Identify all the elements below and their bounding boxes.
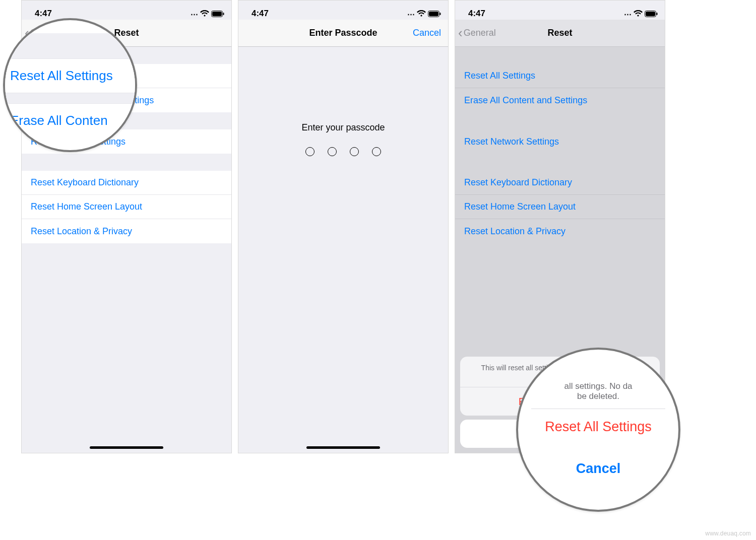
reset-network-row[interactable]: Reset Network Settings xyxy=(455,129,665,154)
settings-group: Reset Keyboard Dictionary Reset Home Scr… xyxy=(22,171,231,243)
wifi-icon xyxy=(200,10,209,19)
erase-all-content-row[interactable]: Erase All Content and Settings xyxy=(455,88,665,112)
magnified-cancel: Cancel xyxy=(522,452,674,486)
svg-rect-1 xyxy=(212,12,222,16)
status-bar: 4:47 ⋯ xyxy=(455,1,665,20)
back-label: General xyxy=(464,28,496,38)
battery-icon xyxy=(428,10,441,19)
passcode-prompt: Enter your passcode xyxy=(238,122,448,133)
svg-rect-2 xyxy=(223,13,224,15)
screen-enter-passcode: 4:47 ⋯ Enter Passcode Cancel Enter your … xyxy=(238,0,449,453)
status-time: 4:47 xyxy=(35,9,52,19)
settings-group: Reset Network Settings xyxy=(455,129,665,154)
watermark: www.deuaq.com xyxy=(705,530,751,537)
reset-keyboard-row[interactable]: Reset Keyboard Dictionary xyxy=(22,171,231,195)
back-button[interactable]: ‹ General xyxy=(458,25,496,41)
nav-bar: Enter Passcode Cancel xyxy=(238,20,448,47)
battery-icon xyxy=(211,10,224,19)
magnified-sheet-message: all settings. No da be deleted. xyxy=(561,378,635,409)
svg-rect-8 xyxy=(657,13,658,15)
status-bar: 4:47 ⋯ xyxy=(22,1,231,20)
passcode-dot xyxy=(372,147,381,156)
cellular-dots-icon: ⋯ xyxy=(191,10,198,19)
status-bar: 4:47 ⋯ xyxy=(238,1,448,20)
battery-icon xyxy=(645,10,658,19)
magnifier-overlay: all settings. No da be deleted. Reset Al… xyxy=(516,348,680,512)
magnifier-overlay: Reset All Settings Erase All Conten xyxy=(3,18,137,152)
passcode-dot xyxy=(328,147,337,156)
status-time: 4:47 xyxy=(251,9,269,19)
cellular-dots-icon: ⋯ xyxy=(407,10,415,19)
page-title: Reset xyxy=(114,28,139,38)
svg-rect-5 xyxy=(440,13,441,15)
page-title: Reset xyxy=(547,28,572,38)
passcode-dot xyxy=(305,147,314,156)
settings-group: Reset Keyboard Dictionary Reset Home Scr… xyxy=(455,171,665,243)
svg-rect-7 xyxy=(646,12,655,16)
nav-bar: ‹ General Reset xyxy=(455,20,665,47)
magnified-reset-all-settings: Reset All Settings xyxy=(5,58,135,93)
cellular-dots-icon: ⋯ xyxy=(624,10,632,19)
content-area: Enter your passcode xyxy=(238,47,448,453)
passcode-dot xyxy=(350,147,359,156)
magnified-reset-action: Reset All Settings xyxy=(545,409,652,448)
reset-location-row[interactable]: Reset Location & Privacy xyxy=(455,219,665,243)
settings-group: Reset All Settings Erase All Content and… xyxy=(455,64,665,112)
passcode-dots xyxy=(238,147,448,156)
page-title: Enter Passcode xyxy=(309,28,377,38)
magnified-erase-all-content: Erase All Conten xyxy=(5,103,135,138)
reset-keyboard-row[interactable]: Reset Keyboard Dictionary xyxy=(455,171,665,195)
chevron-left-icon: ‹ xyxy=(458,25,463,41)
svg-rect-4 xyxy=(429,12,438,16)
status-time: 4:47 xyxy=(468,9,485,19)
reset-all-settings-row[interactable]: Reset All Settings xyxy=(455,64,665,88)
wifi-icon xyxy=(634,10,643,19)
wifi-icon xyxy=(417,10,426,19)
home-indicator[interactable] xyxy=(306,446,380,449)
reset-homescreen-row[interactable]: Reset Home Screen Layout xyxy=(455,195,665,219)
reset-location-row[interactable]: Reset Location & Privacy xyxy=(22,219,231,243)
reset-homescreen-row[interactable]: Reset Home Screen Layout xyxy=(22,195,231,219)
home-indicator[interactable] xyxy=(90,446,163,449)
cancel-button[interactable]: Cancel xyxy=(413,28,441,38)
